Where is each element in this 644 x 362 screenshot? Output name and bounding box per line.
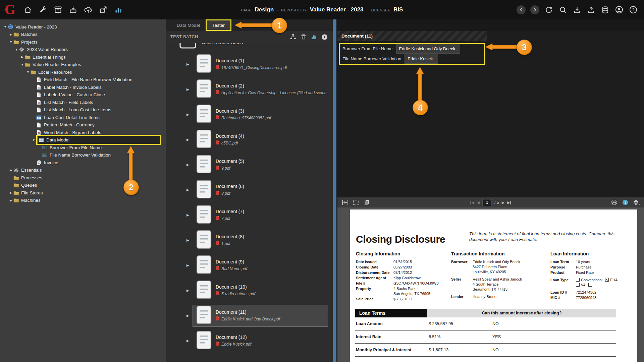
expand-icon[interactable]: ▶: [186, 138, 193, 141]
refresh-icon[interactable]: [544, 5, 553, 14]
tree-item-essential-things[interactable]: ▶Essential Things: [0, 53, 166, 61]
expand-icon[interactable]: ▶: [186, 87, 193, 91]
document-item-document-12[interactable]: Document (12)Eddie Kusick.pdf: [193, 330, 328, 352]
home-icon[interactable]: [23, 5, 33, 14]
expand-icon[interactable]: ▶: [8, 191, 13, 194]
expand-icon[interactable]: ▶: [186, 339, 193, 343]
expand-icon[interactable]: ▶: [186, 213, 193, 217]
document-item-document-7[interactable]: Document (7)7.pdf: [193, 204, 328, 226]
back-icon[interactable]: [517, 5, 526, 14]
tree-item-list-match-loan-cost-line-items[interactable]: List Match - Loan Cost Line Items: [0, 106, 166, 114]
fit-width-icon[interactable]: [341, 199, 349, 206]
expand-icon[interactable]: ▶: [186, 289, 193, 292]
collapse-icon[interactable]: ▼: [3, 25, 8, 28]
tree-item-batches[interactable]: ▶Batches: [0, 31, 166, 39]
expand-icon[interactable]: ▶: [20, 55, 25, 59]
expand-icon[interactable]: ▶: [8, 199, 13, 202]
search-icon[interactable]: [558, 5, 568, 14]
document-item-document-9[interactable]: Document (9)Bad Name.pdf: [193, 254, 328, 277]
tree-item-file-stores[interactable]: ▶File Stores: [0, 189, 166, 197]
tree-item-labeled-value-cash-to-close[interactable]: Labeled Value - Cash to Close: [0, 91, 166, 99]
expand-icon[interactable]: ▶: [186, 62, 193, 66]
tree-item-queues[interactable]: Queues: [0, 182, 166, 189]
export-box-icon[interactable]: [99, 5, 108, 14]
tree-item-file-name-borrower-validation[interactable]: File Name Borrower Validation: [0, 152, 166, 159]
next-page-button[interactable]: ▶: [502, 200, 504, 205]
trash-icon[interactable]: [300, 33, 307, 41]
collapse-icon[interactable]: ▼: [14, 48, 19, 51]
previous-page-button[interactable]: ◀: [477, 200, 480, 205]
collapse-icon[interactable]: ▼: [31, 138, 36, 142]
tab-data-model[interactable]: Data Model: [171, 19, 206, 31]
expand-icon[interactable]: ▶: [186, 263, 193, 267]
document-item-document-1[interactable]: Document (1)1674076971_ClosingDisclosure…: [193, 53, 328, 75]
licensee-value[interactable]: BIS: [393, 6, 403, 13]
tree-item-2023-value-readers[interactable]: ▼2023 Value Readers: [0, 46, 166, 54]
upload-icon[interactable]: [586, 5, 596, 14]
batch-tree-icon[interactable]: [289, 33, 297, 41]
play-icon[interactable]: [321, 33, 328, 41]
pages-icon[interactable]: [363, 199, 370, 206]
help-icon[interactable]: ?: [629, 5, 638, 14]
database-icon[interactable]: [600, 5, 610, 14]
page-number-input[interactable]: 1: [482, 199, 492, 206]
tree-item-essentials[interactable]: ▶Essentials: [0, 167, 166, 174]
page-value[interactable]: Design: [255, 6, 274, 13]
info-icon[interactable]: [622, 199, 629, 206]
tree-item-processes[interactable]: Processes: [0, 174, 166, 182]
bar-chart-icon[interactable]: [114, 5, 123, 14]
import-box-icon[interactable]: [68, 5, 78, 14]
expand-icon[interactable]: ▶: [186, 113, 193, 116]
expand-icon[interactable]: ▶: [186, 314, 193, 317]
tree-item-machines[interactable]: ▶Machines: [0, 197, 166, 204]
tree-item-loan-cost-detail-line-items[interactable]: Loan Cost Detail Line Items: [0, 114, 166, 121]
chart-small-icon[interactable]: [310, 33, 318, 41]
thumbnails-icon[interactable]: [352, 199, 360, 206]
print-icon[interactable]: [610, 199, 618, 206]
collapse-icon[interactable]: ▼: [20, 63, 25, 66]
forward-icon[interactable]: [530, 5, 539, 14]
expand-icon[interactable]: ▶: [186, 163, 193, 167]
document-item-document-5[interactable]: Document (5)9.pdf: [193, 154, 328, 176]
app-logo[interactable]: G: [5, 4, 15, 16]
document-item-document-6[interactable]: Document (6)8.pdf: [193, 179, 328, 201]
batch-root-row[interactable]: Value Reader Batch: [166, 43, 328, 52]
vertical-scrollbar[interactable]: [333, 19, 336, 362]
tree-item-invoice[interactable]: Invoice: [0, 159, 166, 167]
tree-item-pattern-match-currency[interactable]: Pattern Match - Currency: [0, 121, 166, 129]
cloud-upload-icon[interactable]: [84, 5, 93, 14]
document-item-document-4[interactable]: Document (4)c5BC.pdf: [193, 129, 328, 151]
pdf-icon: [216, 291, 220, 297]
document-item-document-11[interactable]: Document (11)Eddie Kusick and Ody Boeck.…: [193, 305, 328, 327]
field-value[interactable]: Eddie Kusick and Ody Boeck: [396, 44, 461, 54]
first-page-button[interactable]: ◀: [470, 200, 474, 205]
archive-icon[interactable]: [53, 5, 63, 14]
tree-item-value-reader-examples[interactable]: ▼Value Reader Examples: [0, 61, 166, 69]
expand-icon[interactable]: ▶: [186, 238, 193, 242]
document-item-document-10[interactable]: Document (10)5-radio-buttons.pdf: [193, 280, 328, 302]
tree-item-label-match-invoice-labels[interactable]: Label Match - Invoice Labels: [0, 83, 166, 91]
collapse-icon[interactable]: ▼: [8, 40, 13, 44]
info-label: Date Issued: [356, 259, 393, 264]
tree-item-projects[interactable]: ▼Projects: [0, 38, 166, 46]
tab-tester[interactable]: Tester: [206, 19, 231, 31]
download-icon[interactable]: [572, 5, 582, 14]
document-item-document-8[interactable]: Document (8)1.pdf: [193, 229, 328, 251]
expand-icon[interactable]: ▶: [186, 188, 193, 192]
tree-item-field-match-file-name-borrower-validation[interactable]: Field Match - File Name Borrower Validat…: [0, 76, 166, 84]
last-page-button[interactable]: ▶: [507, 200, 511, 205]
field-value[interactable]: Eddie Kusick: [405, 54, 438, 64]
collapse-icon[interactable]: ▼: [25, 70, 31, 74]
document-item-document-3[interactable]: Document (3)Rechnung_9764889953.pdf: [193, 104, 328, 126]
tools-icon[interactable]: [38, 5, 48, 14]
repository-value[interactable]: Value Reader - 2023: [310, 6, 364, 13]
user-icon[interactable]: [614, 5, 624, 14]
tree-item-local-resources[interactable]: ▼Local Resources: [0, 68, 166, 76]
expand-icon[interactable]: ▶: [8, 169, 13, 172]
tree-item-list-match-field-labels[interactable]: List Match - Field Labels: [0, 99, 166, 106]
tree-item-value-reader-2023[interactable]: ▼Value Reader - 2023: [0, 23, 166, 31]
tree-item-data-model[interactable]: ▼Data Model: [0, 136, 166, 144]
layers-icon[interactable]: [633, 199, 640, 206]
expand-icon[interactable]: ▶: [8, 33, 13, 36]
document-item-document-2[interactable]: Document (2)Application for Cow Ownershi…: [193, 78, 328, 101]
